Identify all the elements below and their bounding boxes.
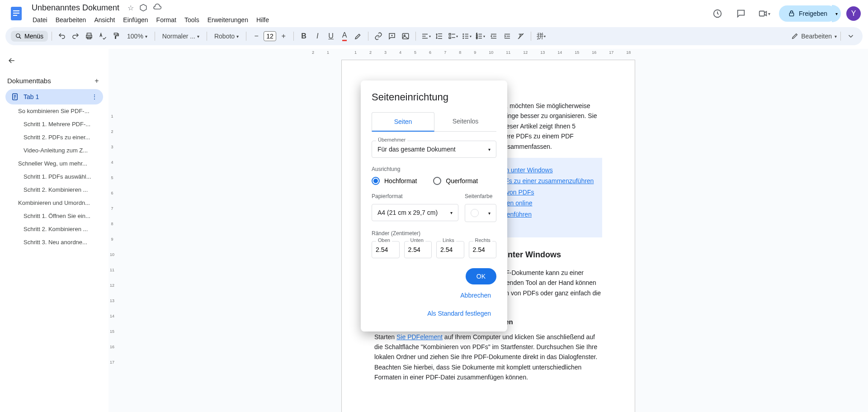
margins-label: Ränder (Zentimeter) (372, 230, 496, 237)
apply-to-label: Übernehmer (376, 137, 407, 142)
apply-to-select[interactable]: Für das gesamte Dokument▾ (372, 141, 496, 158)
margin-top-input[interactable] (372, 241, 400, 258)
margin-right-input[interactable] (469, 241, 497, 258)
radio-portrait[interactable]: Hochformat (372, 177, 417, 185)
radio-landscape[interactable]: Querformat (433, 177, 478, 185)
page-setup-dialog: Seiteneinrichtung Seiten Seitenlos Übern… (361, 81, 507, 331)
tab-pageless[interactable]: Seitenlos (434, 112, 496, 131)
margin-left-input[interactable] (436, 241, 464, 258)
margin-bottom-input[interactable] (404, 241, 432, 258)
pagecolor-select[interactable]: ▾ (465, 204, 496, 222)
paper-select[interactable]: A4 (21 cm x 29,7 cm)▾ (372, 204, 458, 221)
ok-button[interactable]: OK (466, 268, 496, 284)
pagecolor-label: Seitenfarbe (465, 193, 496, 199)
orientation-label: Ausrichtung (372, 166, 496, 172)
page-setup-dialog-scrim: Seiteneinrichtung Seiten Seitenlos Übern… (0, 0, 868, 412)
dialog-title: Seiteneinrichtung (372, 91, 496, 103)
paper-label: Papierformat (372, 193, 458, 199)
set-default-button[interactable]: Als Standard festlegen (422, 306, 496, 321)
tab-pages[interactable]: Seiten (372, 112, 434, 132)
cancel-button[interactable]: Abbrechen (455, 288, 496, 303)
